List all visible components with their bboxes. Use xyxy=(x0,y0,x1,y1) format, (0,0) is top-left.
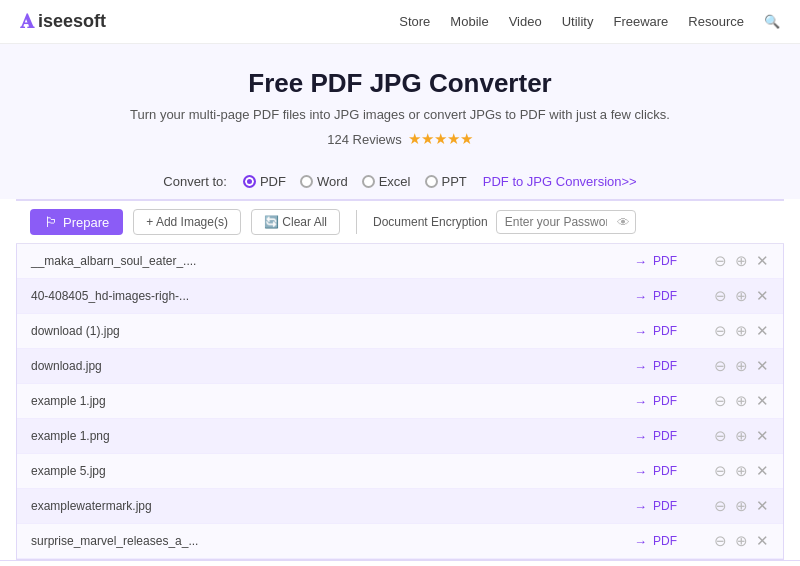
plus-icon[interactable]: ⊕ xyxy=(735,427,748,445)
plus-icon[interactable]: ⊕ xyxy=(735,392,748,410)
minus-icon[interactable]: ⊖ xyxy=(714,252,727,270)
radio-word[interactable]: Word xyxy=(300,174,348,189)
table-row: download (1).jpg → PDF ⊖ ⊕ ✕ xyxy=(17,314,783,349)
plus-icon[interactable]: ⊕ xyxy=(735,532,748,550)
file-actions: ⊖ ⊕ ✕ xyxy=(714,497,769,515)
nav-freeware[interactable]: Freeware xyxy=(613,14,668,29)
page-title: Free PDF JPG Converter xyxy=(20,68,780,99)
minus-icon[interactable]: ⊖ xyxy=(714,287,727,305)
arrow-symbol: → xyxy=(634,289,647,304)
nav-resource[interactable]: Resource xyxy=(688,14,744,29)
header: 𝐀 iseesoft Store Mobile Video Utility Fr… xyxy=(0,0,800,44)
hero-section: Free PDF JPG Converter Turn your multi-p… xyxy=(0,44,800,164)
arrow-symbol: → xyxy=(634,359,647,374)
minus-icon[interactable]: ⊖ xyxy=(714,497,727,515)
format-label: PDF xyxy=(653,534,677,548)
file-name: example 1.png xyxy=(31,429,634,443)
format-label: PDF xyxy=(653,429,677,443)
table-row: download.jpg → PDF ⊖ ⊕ ✕ xyxy=(17,349,783,384)
table-row: example 1.png → PDF ⊖ ⊕ ✕ xyxy=(17,419,783,454)
plus-icon[interactable]: ⊕ xyxy=(735,497,748,515)
radio-circle-pdf xyxy=(243,175,256,188)
file-name: example 5.jpg xyxy=(31,464,634,478)
logo: 𝐀 iseesoft xyxy=(20,10,106,33)
radio-label-excel: Excel xyxy=(379,174,411,189)
star-rating: ★★★★★ xyxy=(408,130,473,148)
search-icon[interactable]: 🔍 xyxy=(764,14,780,29)
close-icon[interactable]: ✕ xyxy=(756,497,769,515)
convert-to-bar: Convert to: PDF Word Excel PPT PDF to JP… xyxy=(0,164,800,199)
close-icon[interactable]: ✕ xyxy=(756,357,769,375)
minus-icon[interactable]: ⊖ xyxy=(714,357,727,375)
format-label: PDF xyxy=(653,464,677,478)
file-list: __maka_albarn_soul_eater_.... → PDF ⊖ ⊕ … xyxy=(16,244,784,560)
radio-circle-ppt xyxy=(425,175,438,188)
file-name: 40-408405_hd-images-righ-... xyxy=(31,289,634,303)
plus-icon[interactable]: ⊕ xyxy=(735,357,748,375)
file-actions: ⊖ ⊕ ✕ xyxy=(714,462,769,480)
table-row: examplewatermark.jpg → PDF ⊖ ⊕ ✕ xyxy=(17,489,783,524)
close-icon[interactable]: ✕ xyxy=(756,392,769,410)
logo-icon: 𝐀 xyxy=(20,10,34,33)
clear-all-button[interactable]: 🔄 Clear All xyxy=(251,209,340,235)
plus-icon[interactable]: ⊕ xyxy=(735,322,748,340)
minus-icon[interactable]: ⊖ xyxy=(714,322,727,340)
file-actions: ⊖ ⊕ ✕ xyxy=(714,287,769,305)
close-icon[interactable]: ✕ xyxy=(756,287,769,305)
format-label: PDF xyxy=(653,254,677,268)
table-row: surprise_marvel_releases_a_... → PDF ⊖ ⊕… xyxy=(17,524,783,559)
close-icon[interactable]: ✕ xyxy=(756,532,769,550)
minus-icon[interactable]: ⊖ xyxy=(714,532,727,550)
nav-utility[interactable]: Utility xyxy=(562,14,594,29)
format-label: PDF xyxy=(653,289,677,303)
radio-ppt[interactable]: PPT xyxy=(425,174,467,189)
close-icon[interactable]: ✕ xyxy=(756,252,769,270)
target-format: → PDF xyxy=(634,534,704,549)
prepare-button[interactable]: 🏳 Prepare xyxy=(30,209,123,235)
plus-icon[interactable]: ⊕ xyxy=(735,462,748,480)
footer-bar: Merge the images ➡ Merge all images in o… xyxy=(0,560,800,566)
encrypt-label: Document Encryption xyxy=(373,215,488,229)
password-input[interactable] xyxy=(496,210,636,234)
plus-icon[interactable]: ⊕ xyxy=(735,287,748,305)
close-icon[interactable]: ✕ xyxy=(756,462,769,480)
radio-excel[interactable]: Excel xyxy=(362,174,411,189)
file-name: download.jpg xyxy=(31,359,634,373)
file-actions: ⊖ ⊕ ✕ xyxy=(714,427,769,445)
file-actions: ⊖ ⊕ ✕ xyxy=(714,322,769,340)
radio-group: PDF Word Excel PPT xyxy=(243,174,467,189)
target-format: → PDF xyxy=(634,254,704,269)
table-row: __maka_albarn_soul_eater_.... → PDF ⊖ ⊕ … xyxy=(17,244,783,279)
arrow-symbol: → xyxy=(634,534,647,549)
add-images-button[interactable]: + Add Image(s) xyxy=(133,209,241,235)
close-icon[interactable]: ✕ xyxy=(756,322,769,340)
pdf-to-jpg-link[interactable]: PDF to JPG Conversion>> xyxy=(483,174,637,189)
file-name: example 1.jpg xyxy=(31,394,634,408)
plus-icon[interactable]: ⊕ xyxy=(735,252,748,270)
toolbar: 🏳 Prepare + Add Image(s) 🔄 Clear All Doc… xyxy=(16,199,784,244)
file-name: surprise_marvel_releases_a_... xyxy=(31,534,634,548)
hero-subtitle: Turn your multi-page PDF files into JPG … xyxy=(20,107,780,122)
table-row: example 5.jpg → PDF ⊖ ⊕ ✕ xyxy=(17,454,783,489)
target-format: → PDF xyxy=(634,394,704,409)
eye-icon[interactable]: 👁 xyxy=(617,215,630,230)
target-format: → PDF xyxy=(634,429,704,444)
close-icon[interactable]: ✕ xyxy=(756,427,769,445)
minus-icon[interactable]: ⊖ xyxy=(714,462,727,480)
radio-label-ppt: PPT xyxy=(442,174,467,189)
file-name: download (1).jpg xyxy=(31,324,634,338)
format-label: PDF xyxy=(653,499,677,513)
minus-icon[interactable]: ⊖ xyxy=(714,392,727,410)
target-format: → PDF xyxy=(634,289,704,304)
target-format: → PDF xyxy=(634,499,704,514)
radio-pdf[interactable]: PDF xyxy=(243,174,286,189)
prepare-label: Prepare xyxy=(63,215,109,230)
nav-video[interactable]: Video xyxy=(509,14,542,29)
nav-store[interactable]: Store xyxy=(399,14,430,29)
flag-icon: 🏳 xyxy=(44,214,58,230)
review-count: 124 Reviews xyxy=(327,132,401,147)
file-name: examplewatermark.jpg xyxy=(31,499,634,513)
nav-mobile[interactable]: Mobile xyxy=(450,14,488,29)
format-label: PDF xyxy=(653,394,677,408)
minus-icon[interactable]: ⊖ xyxy=(714,427,727,445)
